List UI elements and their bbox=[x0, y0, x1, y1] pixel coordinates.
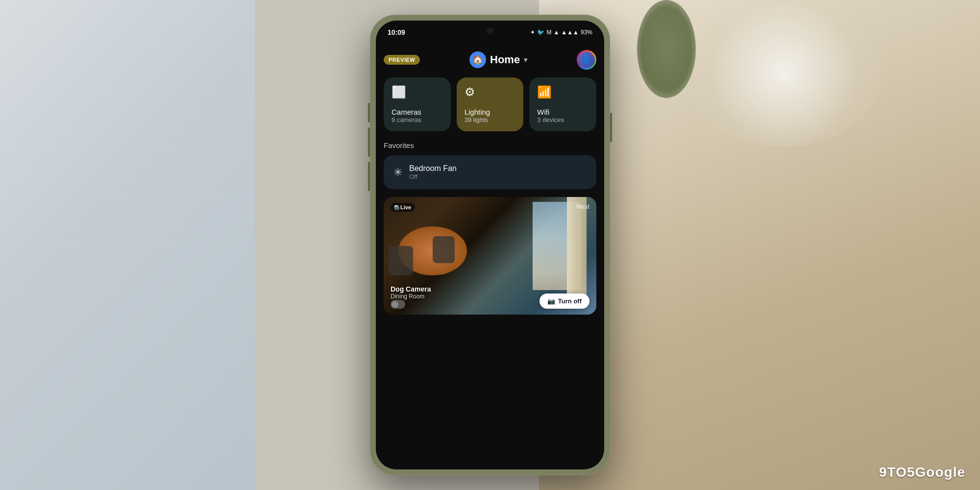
phone-screen: 10:09 ✦ 🐦 M ▲ ▲▲▲ 93% PREVIEW 🏠 Ho bbox=[376, 21, 604, 469]
twitter-icon: 🐦 bbox=[537, 29, 544, 36]
home-icon: 🏠 bbox=[469, 51, 486, 68]
cameras-card[interactable]: ⬜ Cameras 9 cameras bbox=[384, 77, 451, 131]
camera-chair-1 bbox=[389, 246, 413, 275]
wifi-card[interactable]: 📶 Wifi 3 devices bbox=[529, 77, 596, 131]
lighting-card-name: Lighting bbox=[465, 108, 516, 116]
front-camera bbox=[487, 27, 493, 34]
wifi-signal-icon: ▲ bbox=[553, 29, 559, 36]
home-title[interactable]: 🏠 Home ▾ bbox=[469, 51, 527, 68]
turn-off-label: Turn off bbox=[558, 297, 582, 305]
bedroom-fan-item[interactable]: ✳ Bedroom Fan Off bbox=[384, 155, 596, 189]
volume-down-button bbox=[368, 127, 370, 157]
camera-curtain-element bbox=[567, 197, 587, 295]
fan-info: Bedroom Fan Off bbox=[409, 164, 457, 180]
fan-name: Bedroom Fan bbox=[409, 164, 457, 173]
camera-card-icon: ⬜ bbox=[392, 85, 443, 99]
assistant-button bbox=[368, 162, 370, 191]
wifi-card-count: 3 devices bbox=[537, 116, 588, 123]
device-card-grid: ⬜ Cameras 9 cameras ⚙ Lighting 39 lights bbox=[384, 77, 596, 131]
lighting-card-count: 39 lights bbox=[465, 116, 516, 123]
live-label: Live bbox=[400, 204, 411, 210]
power-button bbox=[610, 113, 612, 142]
lighting-card[interactable]: ⚙ Lighting 39 lights bbox=[457, 77, 524, 131]
wifi-card-name: Wifi bbox=[537, 108, 588, 116]
camera-feed[interactable]: 📹 Live Nest Dog Camera Dining Room 📷 Tur… bbox=[384, 197, 596, 315]
background-plant bbox=[637, 0, 696, 98]
favorites-label: Favorites bbox=[384, 141, 596, 149]
background-left bbox=[0, 0, 255, 490]
camera-card-count: 9 cameras bbox=[392, 116, 443, 123]
camera-icon: 📹 bbox=[394, 205, 398, 209]
camera-device-name: Dog Camera Dining Room bbox=[391, 285, 431, 300]
fan-status: Off bbox=[409, 173, 457, 180]
user-avatar-ring[interactable]: 👤 bbox=[577, 50, 596, 70]
status-time: 10:09 bbox=[388, 28, 405, 36]
cell-signal-icon: ▲▲▲ bbox=[561, 29, 579, 36]
home-label: Home bbox=[490, 53, 520, 66]
lighting-card-info: Lighting 39 lights bbox=[465, 108, 516, 123]
wifi-card-info: Wifi 3 devices bbox=[537, 108, 588, 123]
camera-location: Dining Room bbox=[391, 293, 431, 300]
camera-chair-2 bbox=[433, 236, 455, 263]
gmail-icon: M bbox=[546, 29, 551, 36]
app-header: PREVIEW 🏠 Home ▾ 👤 bbox=[384, 44, 596, 77]
wifi-card-icon: 📶 bbox=[537, 85, 588, 99]
battery-level: 93% bbox=[581, 29, 592, 36]
user-avatar: 👤 bbox=[578, 51, 595, 68]
screen-content: 10:09 ✦ 🐦 M ▲ ▲▲▲ 93% PREVIEW 🏠 Ho bbox=[376, 21, 604, 469]
turn-off-icon: 📷 bbox=[547, 297, 555, 305]
camera-brand: Nest bbox=[576, 203, 589, 210]
status-icons: ✦ 🐦 M ▲ ▲▲▲ 93% bbox=[530, 29, 592, 36]
lighting-card-icon: ⚙ bbox=[465, 85, 516, 99]
watermark: 9TO5Google bbox=[879, 465, 965, 480]
fan-icon: ✳ bbox=[393, 166, 402, 179]
turn-off-button[interactable]: 📷 Turn off bbox=[539, 294, 589, 309]
phone-device: 10:09 ✦ 🐦 M ▲ ▲▲▲ 93% PREVIEW 🏠 Ho bbox=[370, 15, 610, 475]
camera-card-name: Cameras bbox=[392, 108, 443, 116]
background-blur bbox=[686, 0, 882, 147]
camera-card-info: Cameras 9 cameras bbox=[392, 108, 443, 123]
camera-power-toggle[interactable] bbox=[391, 300, 405, 309]
chevron-down-icon: ▾ bbox=[524, 56, 527, 64]
app-content: PREVIEW 🏠 Home ▾ 👤 ⬜ Cameras bbox=[376, 44, 604, 469]
notification-icon: ✦ bbox=[530, 29, 535, 36]
preview-badge: PREVIEW bbox=[384, 55, 420, 65]
volume-up-button bbox=[368, 103, 370, 122]
camera-live-badge: 📹 Live bbox=[391, 203, 415, 212]
